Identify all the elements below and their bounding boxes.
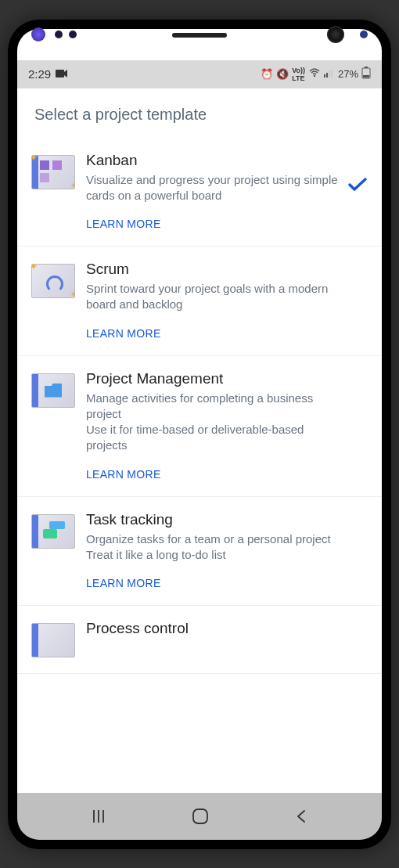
template-item-kanban[interactable]: ✦✦ Kanban Visualize and progress your pr… bbox=[17, 138, 382, 247]
check-icon bbox=[347, 177, 368, 196]
page-title: Select a project template bbox=[17, 88, 382, 138]
template-title: Task tracking bbox=[86, 511, 368, 528]
battery-icon bbox=[361, 67, 371, 81]
home-button[interactable] bbox=[191, 807, 210, 826]
template-title: Kanban bbox=[86, 152, 368, 169]
kanban-icon: ✦✦ bbox=[31, 155, 75, 189]
svg-rect-5 bbox=[331, 70, 332, 77]
template-list: ✦✦ Kanban Visualize and progress your pr… bbox=[17, 138, 382, 675]
mute-icon: 🔇 bbox=[276, 68, 289, 80]
learn-more-link[interactable]: LEARN MORE bbox=[86, 327, 368, 340]
template-description: Visualize and progress your project usin… bbox=[86, 172, 368, 204]
template-title: Project Management bbox=[86, 370, 368, 387]
template-description: Manage activities for completing a busin… bbox=[86, 391, 368, 454]
back-button[interactable] bbox=[293, 808, 309, 825]
svg-rect-7 bbox=[365, 67, 368, 68]
svg-rect-12 bbox=[193, 809, 207, 823]
task-tracking-icon bbox=[31, 514, 75, 549]
template-title: Scrum bbox=[86, 261, 368, 278]
svg-rect-3 bbox=[326, 73, 328, 77]
wifi-icon bbox=[308, 68, 321, 80]
lte-icon: Vo))LTE bbox=[292, 67, 305, 82]
svg-rect-2 bbox=[324, 74, 325, 77]
template-title: Process control bbox=[86, 620, 368, 637]
template-item-project-management[interactable]: Project Management Manage activities for… bbox=[17, 356, 382, 497]
signal-icon bbox=[324, 68, 335, 80]
template-description: Organize tasks for a team or a personal … bbox=[86, 531, 368, 564]
status-bar: 2:29 ⏰ 🔇 Vo))LTE 27% bbox=[17, 60, 382, 88]
svg-rect-8 bbox=[363, 75, 369, 77]
learn-more-link[interactable]: LEARN MORE bbox=[86, 577, 368, 589]
phone-frame: 2:29 ⏰ 🔇 Vo))LTE 27% bbox=[8, 20, 391, 849]
content-area: Select a project template ✦✦ Kanban Visu… bbox=[17, 88, 382, 793]
template-item-task-tracking[interactable]: Task tracking Organize tasks for a team … bbox=[17, 497, 382, 607]
camera-icon bbox=[56, 67, 68, 81]
process-control-icon bbox=[31, 623, 75, 657]
template-item-process-control[interactable]: Process control bbox=[17, 606, 382, 674]
recents-button[interactable] bbox=[90, 808, 107, 825]
battery-text: 27% bbox=[338, 68, 358, 80]
project-management-icon bbox=[31, 373, 75, 408]
learn-more-link[interactable]: LEARN MORE bbox=[86, 468, 368, 481]
template-item-scrum[interactable]: ✦✦ Scrum Sprint toward your project goal… bbox=[17, 247, 382, 356]
learn-more-link[interactable]: LEARN MORE bbox=[86, 218, 368, 230]
status-time: 2:29 bbox=[28, 67, 51, 81]
template-description: Sprint toward your project goals with a … bbox=[86, 281, 368, 313]
svg-rect-4 bbox=[329, 71, 330, 77]
navigation-bar bbox=[17, 793, 382, 840]
phone-hardware bbox=[8, 20, 391, 51]
svg-rect-0 bbox=[56, 70, 64, 77]
svg-point-1 bbox=[314, 75, 315, 77]
alarm-icon: ⏰ bbox=[261, 68, 273, 80]
scrum-icon: ✦✦ bbox=[31, 264, 75, 298]
